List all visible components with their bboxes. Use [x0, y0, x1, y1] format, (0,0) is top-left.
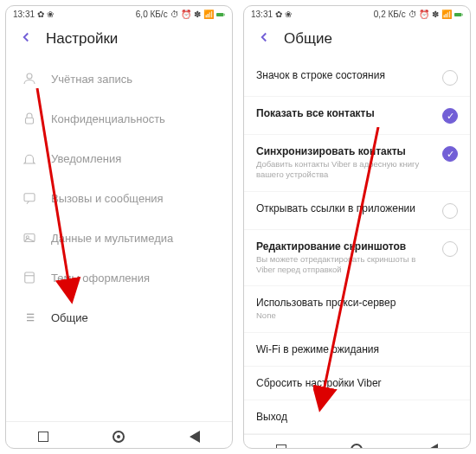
setting-row[interactable]: Сбросить настройки Viber — [244, 367, 470, 400]
toggle-radio[interactable] — [442, 203, 458, 219]
menu-item-label: Конфиденциальность — [51, 112, 165, 125]
status-bar: 13:31 ✿ ❀ 6,0 КБ/с ⏱ ⏰ ✽ 📶 — [6, 6, 232, 21]
menu-item-list[interactable]: Общие — [6, 297, 232, 337]
menu-item-chat[interactable]: Вызовы и сообщения — [6, 178, 232, 218]
status-data-rate: 0,2 КБ/с — [374, 10, 406, 19]
toggle-radio[interactable] — [442, 146, 458, 162]
toggle-radio[interactable] — [442, 241, 458, 257]
nav-recent-icon[interactable] — [276, 444, 286, 449]
setting-label: Редактирование скриншотов — [256, 240, 434, 253]
svg-rect-1 — [224, 13, 225, 16]
setting-row[interactable]: Показать все контакты — [244, 97, 470, 135]
setting-label: Значок в строке состояния — [256, 69, 434, 81]
status-right-icons: ⏱ ⏰ ✽ 📶 — [170, 10, 214, 19]
menu-item-theme[interactable]: Темы оформления — [6, 258, 232, 297]
svg-rect-7 — [25, 272, 35, 283]
setting-row[interactable]: Значок в строке состояния — [244, 59, 470, 97]
settings-menu: Учётная записьКонфиденциальностьУведомле… — [6, 59, 232, 421]
status-time: 13:31 — [13, 10, 35, 19]
setting-label: Wi-Fi в режиме ожидания — [256, 343, 458, 355]
status-bar: 13:31 ✿ ❀ 0,2 КБ/с ⏱ ⏰ ✽ 📶 — [244, 6, 470, 21]
menu-item-user[interactable]: Учётная запись — [6, 59, 232, 99]
header: Настройки — [6, 21, 232, 59]
nav-recent-icon[interactable] — [38, 432, 48, 442]
phone-right: 13:31 ✿ ❀ 0,2 КБ/с ⏱ ⏰ ✽ 📶 Общие Значок … — [243, 5, 471, 449]
menu-item-label: Уведомления — [51, 152, 121, 165]
menu-item-label: Учётная запись — [51, 73, 132, 86]
nav-home-icon[interactable] — [113, 431, 125, 443]
status-data-rate: 6,0 КБ/с — [136, 10, 168, 19]
svg-rect-0 — [216, 12, 223, 16]
phone-left: 13:31 ✿ ❀ 6,0 КБ/с ⏱ ⏰ ✽ 📶 Настройки Учё… — [5, 5, 233, 449]
back-icon[interactable] — [18, 29, 34, 48]
theme-icon — [22, 270, 37, 285]
setting-row[interactable]: Открывать ссылки в приложении — [244, 192, 470, 230]
user-icon — [22, 71, 37, 86]
svg-point-2 — [27, 74, 32, 79]
status-icons: ✿ ❀ — [37, 10, 54, 19]
setting-label: Показать все контакты — [256, 107, 434, 119]
setting-row[interactable]: Выход — [244, 400, 470, 434]
toggle-radio[interactable] — [442, 108, 458, 124]
settings-list: Значок в строке состоянияПоказать все ко… — [244, 59, 470, 434]
lock-icon — [22, 111, 37, 126]
setting-row[interactable]: Синхронизировать контактыДобавить контак… — [244, 135, 470, 192]
status-right-icons: ⏱ ⏰ ✽ 📶 — [408, 10, 452, 19]
status-icons: ✿ ❀ — [275, 10, 292, 19]
setting-subtitle: Добавить контакты Viber в адресную книгу… — [256, 159, 434, 181]
setting-subtitle: Вы можете отредактировать скриншоты в Vi… — [256, 254, 434, 276]
toggle-radio[interactable] — [442, 70, 458, 86]
setting-label: Открывать ссылки в приложении — [256, 202, 434, 214]
menu-item-media[interactable]: Данные и мультимедиа — [6, 218, 232, 258]
setting-label: Выход — [256, 411, 458, 423]
setting-label: Использовать прокси-сервер — [256, 297, 458, 309]
svg-rect-4 — [24, 194, 35, 201]
android-navbar — [244, 434, 470, 449]
setting-subtitle: None — [256, 310, 458, 321]
setting-row[interactable]: Редактирование скриншотовВы можете отред… — [244, 230, 470, 287]
setting-row[interactable]: Использовать прокси-серверNone — [244, 286, 470, 332]
nav-back-icon[interactable] — [190, 431, 200, 443]
setting-label: Сбросить настройки Viber — [256, 377, 458, 389]
svg-rect-3 — [26, 118, 34, 124]
chat-icon — [22, 190, 37, 206]
menu-item-label: Темы оформления — [51, 272, 150, 285]
media-icon — [22, 230, 37, 246]
svg-rect-10 — [462, 13, 463, 16]
menu-item-label: Общие — [51, 311, 88, 324]
page-title: Общие — [284, 30, 332, 48]
setting-row[interactable]: Wi-Fi в режиме ожидания — [244, 333, 470, 367]
menu-item-lock[interactable]: Конфиденциальность — [6, 99, 232, 138]
battery-icon — [454, 10, 463, 19]
battery-icon — [216, 10, 225, 19]
svg-rect-9 — [454, 12, 461, 16]
menu-item-label: Вызовы и сообщения — [51, 192, 164, 205]
back-icon[interactable] — [256, 29, 272, 48]
bell-icon — [22, 150, 37, 166]
list-icon — [22, 310, 37, 325]
header: Общие — [244, 21, 470, 59]
menu-item-label: Данные и мультимедиа — [51, 232, 173, 245]
setting-label: Синхронизировать контакты — [256, 145, 434, 157]
android-navbar — [6, 421, 232, 448]
status-time: 13:31 — [251, 10, 273, 19]
page-title: Настройки — [46, 30, 118, 48]
nav-home-icon[interactable] — [351, 444, 363, 449]
menu-item-bell[interactable]: Уведомления — [6, 138, 232, 178]
nav-back-icon[interactable] — [428, 444, 438, 449]
